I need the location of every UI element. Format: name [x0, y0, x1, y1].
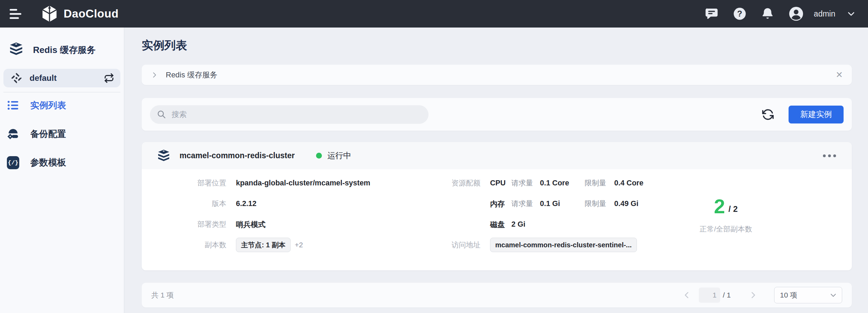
version-value: 6.2.12 — [236, 199, 257, 208]
resource-row: 内存 请求量 0.1 Gi 限制量 0.49 Gi — [447, 193, 643, 214]
topbar: DaoCloud ? — [0, 0, 868, 28]
daocloud-logo[interactable]: DaoCloud — [41, 5, 119, 23]
replica-caption: 正常/全部副本数 — [699, 224, 752, 234]
status-dot-icon — [316, 153, 322, 159]
disk-value: 2 Gi — [511, 220, 525, 229]
detail-label: 版本 — [151, 199, 226, 208]
list-icon — [7, 99, 19, 111]
create-instance-button[interactable]: 新建实例 — [789, 106, 844, 123]
daocloud-logo-icon — [41, 5, 58, 23]
instance-card-body: 部署位置 kpanda-global-cluster/mcamel-system… — [142, 169, 852, 270]
svg-text:?: ? — [737, 9, 742, 18]
sidebar: Redis 缓存服务 default — [0, 28, 124, 313]
access-row: 访问地址 mcamel-common-redis-cluster-sentine… — [447, 235, 643, 255]
sidebar-item-label: 参数模板 — [30, 156, 66, 169]
cpu-request-value: 0.1 Core — [540, 179, 585, 187]
instance-details: 部署位置 kpanda-global-cluster/mcamel-system… — [151, 173, 408, 255]
user-avatar-icon[interactable] — [789, 6, 804, 21]
detail-label: 部署位置 — [151, 178, 226, 188]
detail-row: 版本 6.2.12 — [151, 193, 408, 214]
workspace-selector[interactable]: default — [3, 69, 120, 87]
replica-tag-more[interactable]: +2 — [295, 241, 303, 249]
pagination: / 1 10 项 — [682, 287, 842, 303]
deploy-location-value: kpanda-global-cluster/mcamel-system — [236, 179, 370, 187]
instance-card: mcamel-common-redis-cluster 运行中 部署位置 kpa… — [142, 142, 852, 270]
request-label: 请求量 — [511, 199, 540, 208]
product-name: DaoCloud — [64, 7, 119, 20]
search-icon — [157, 110, 166, 119]
search-box[interactable] — [150, 105, 428, 124]
sidebar-item-label: 实例列表 — [30, 99, 66, 111]
breadcrumb-expand-chevron-icon[interactable] — [151, 71, 158, 79]
braces-icon: {/} — [7, 156, 19, 169]
resource-row: 资源配额 CPU 请求量 0.1 Core 限制量 0.4 Core — [447, 173, 643, 193]
user-menu-chevron-down-icon[interactable] — [847, 9, 856, 18]
message-icon[interactable] — [705, 7, 719, 21]
menu-toggle-icon[interactable] — [10, 9, 21, 19]
sidebar-divider — [3, 92, 120, 93]
refresh-icon[interactable] — [762, 108, 774, 121]
breadcrumb-banner: Redis 缓存服务 ✕ — [142, 65, 852, 85]
app-title: Redis 缓存服务 — [33, 44, 96, 56]
instance-resources: 资源配额 CPU 请求量 0.1 Core 限制量 0.4 Core 内存 请求… — [447, 173, 643, 255]
page-size-select[interactable]: 10 项 — [774, 287, 842, 303]
status-label: 运行中 — [327, 150, 351, 161]
more-actions-icon[interactable] — [822, 151, 837, 161]
access-address-tag[interactable]: mcamel-common-redis-cluster-sentinel-... — [490, 238, 637, 252]
sidebar-menu: 实例列表 备份配置 {/} — [3, 94, 120, 174]
limit-label: 限制量 — [585, 199, 614, 208]
redis-app-icon — [8, 41, 24, 58]
page-title: 实例列表 — [142, 39, 852, 52]
help-icon[interactable]: ? — [733, 7, 747, 21]
cpu-limit-value: 0.4 Core — [614, 179, 643, 187]
search-input[interactable] — [171, 110, 422, 119]
select-chevron-down-icon — [829, 291, 837, 299]
total-count: 共 1 项 — [151, 290, 174, 300]
main-content: 实例列表 Redis 缓存服务 ✕ — [124, 28, 868, 313]
resource-name: 磁盘 — [490, 219, 511, 229]
replica-count: 2 / 2 — [714, 197, 738, 215]
topbar-actions: ? admin — [705, 6, 856, 21]
replica-ready-count: 2 — [714, 197, 725, 215]
instance-card-header: mcamel-common-redis-cluster 运行中 — [142, 142, 852, 169]
resource-name: CPU — [490, 179, 511, 187]
detail-row: 部署类型 哨兵模式 — [151, 214, 408, 235]
detail-row: 副本数 主节点: 1 副本 +2 — [151, 235, 408, 255]
username[interactable]: admin — [814, 9, 835, 19]
workspace-switch-icon[interactable] — [104, 73, 114, 83]
list-footer: 共 1 项 / 1 10 项 — [142, 283, 852, 307]
replica-total-count: / 2 — [728, 204, 738, 214]
sidebar-item-instance-list[interactable]: 实例列表 — [3, 94, 120, 117]
status-badge: 运行中 — [316, 150, 351, 161]
page-size-value: 10 项 — [780, 290, 797, 300]
detail-row: 部署位置 kpanda-global-cluster/mcamel-system — [151, 173, 408, 193]
workspace-icon — [11, 73, 22, 84]
memory-request-value: 0.1 Gi — [540, 199, 585, 208]
limit-label: 限制量 — [585, 178, 614, 188]
resource-label: 资源配额 — [447, 178, 480, 188]
breadcrumb: Redis 缓存服务 — [166, 70, 217, 80]
backup-icon — [7, 128, 19, 140]
detail-label: 部署类型 — [151, 219, 226, 229]
toolbar-actions: 新建实例 — [762, 106, 844, 123]
detail-label: 副本数 — [151, 240, 226, 250]
next-page-chevron-icon[interactable] — [749, 291, 758, 300]
notification-bell-icon[interactable] — [761, 7, 774, 21]
prev-page-chevron-icon[interactable] — [682, 291, 691, 300]
access-label: 访问地址 — [447, 240, 480, 250]
sidebar-item-backup-config[interactable]: 备份配置 — [3, 122, 120, 145]
sidebar-app-header: Redis 缓存服务 — [3, 28, 120, 58]
page-number-input[interactable] — [699, 288, 720, 303]
instance-name[interactable]: mcamel-common-redis-cluster — [180, 151, 295, 160]
deploy-type-value: 哨兵模式 — [236, 219, 265, 229]
page-total: / 1 — [723, 291, 731, 299]
resource-name: 内存 — [490, 199, 511, 209]
sidebar-item-param-template[interactable]: {/} 参数模板 — [3, 151, 120, 174]
sidebar-item-label: 备份配置 — [30, 128, 66, 140]
memory-limit-value: 0.49 Gi — [614, 199, 639, 208]
banner-close-icon[interactable]: ✕ — [836, 71, 843, 79]
workspace-name: default — [30, 73, 96, 83]
request-label: 请求量 — [511, 178, 540, 188]
resource-row: 磁盘 2 Gi — [447, 214, 643, 235]
replica-summary: 2 / 2 正常/全部副本数 — [699, 173, 752, 255]
